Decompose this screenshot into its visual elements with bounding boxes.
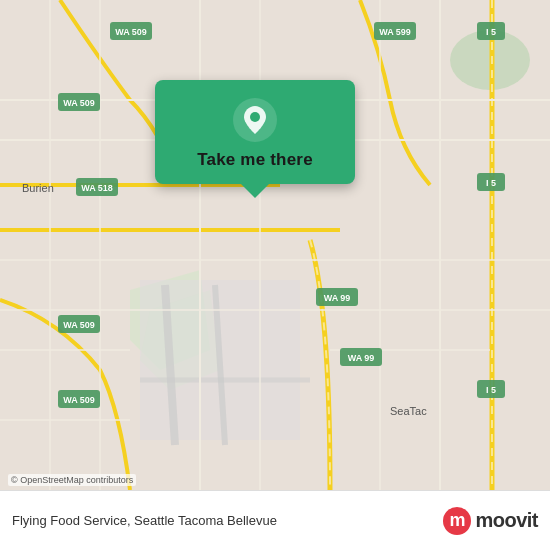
location-pin-icon [233,98,277,142]
location-text: Flying Food Service, Seattle Tacoma Bell… [12,513,443,528]
svg-text:WA 509: WA 509 [63,395,95,405]
svg-text:I 5: I 5 [486,27,496,37]
svg-text:SeaTac: SeaTac [390,405,427,417]
svg-text:WA 99: WA 99 [348,353,375,363]
svg-text:WA 509: WA 509 [115,27,147,37]
popup-card[interactable]: Take me there [155,80,355,184]
svg-text:I 5: I 5 [486,178,496,188]
svg-text:WA 509: WA 509 [63,320,95,330]
svg-text:WA 518: WA 518 [81,183,113,193]
svg-text:I 5: I 5 [486,385,496,395]
svg-point-50 [250,112,260,122]
osm-credit: © OpenStreetMap contributors [8,474,136,486]
popup-label: Take me there [197,150,313,170]
map-roads: WA 509 WA 509 WA 518 Burien WA 509 WA 50… [0,0,550,490]
svg-text:WA 599: WA 599 [379,27,411,37]
svg-text:WA 99: WA 99 [324,293,351,303]
moovit-wordmark: moovit [475,509,538,532]
moovit-logo: m moovit [443,507,538,535]
bottom-bar: Flying Food Service, Seattle Tacoma Bell… [0,490,550,550]
svg-text:WA 509: WA 509 [63,98,95,108]
map-container: WA 509 WA 509 WA 518 Burien WA 509 WA 50… [0,0,550,490]
svg-text:Burien: Burien [22,182,54,194]
moovit-icon: m [443,507,471,535]
